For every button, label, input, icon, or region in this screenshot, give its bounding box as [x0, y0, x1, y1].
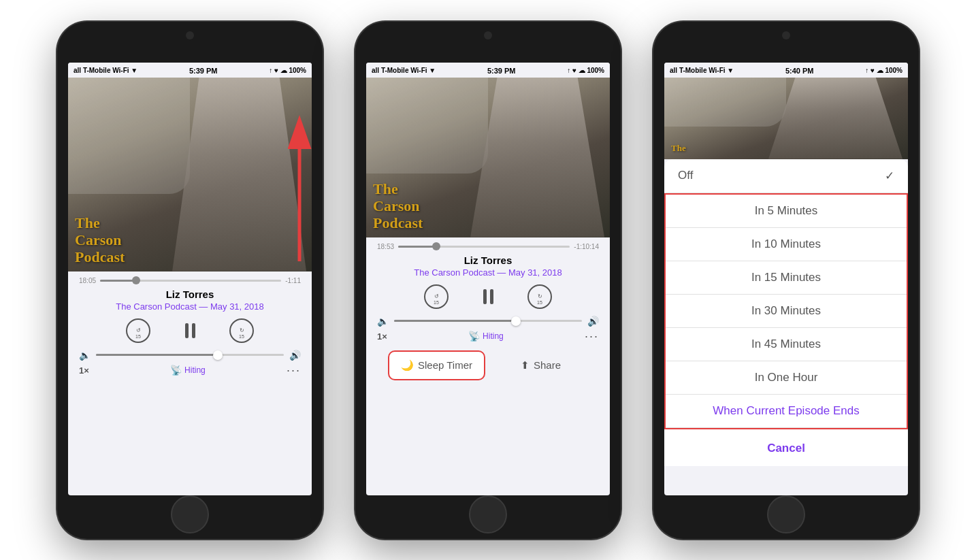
playback-controls-2: ↺ 15 ↻ 15	[377, 283, 599, 310]
sleep-1hr-option[interactable]: In One Hour	[666, 361, 907, 395]
artwork-3: The	[664, 78, 908, 159]
status-time-2: 5:39 PM	[487, 67, 516, 75]
status-left-2: all T-Mobile Wi-Fi ▼	[372, 67, 436, 74]
artwork-2: TheCarsonPodcast	[366, 78, 610, 237]
sleep-timer-menu: Off ✓ In 5 Minutes In 10 Minutes In 15 M…	[664, 159, 908, 466]
sleep-episode-end-option[interactable]: When Current Episode Ends	[666, 395, 907, 428]
sleep-timer-label: Sleep Timer	[418, 359, 472, 371]
status-right-1: ↑ ♥ ☁ 100%	[269, 67, 306, 74]
phone-3-screen: all T-Mobile Wi-Fi ▼ 5:40 PM ↑ ♥ ☁ 100% …	[664, 63, 908, 495]
sleep-options-highlighted: In 5 Minutes In 10 Minutes In 15 Minutes…	[664, 193, 908, 429]
volume-row-2: 🔈 🔊	[377, 316, 599, 327]
pause-button-2[interactable]	[474, 283, 502, 310]
more-button-2[interactable]: ···	[585, 329, 599, 344]
player-area-2: 18:53 -1:10:14 Liz Torres The Carson Pod…	[366, 237, 610, 390]
phone-2: all T-Mobile Wi-Fi ▼ 5:39 PM ↑ ♥ ☁ 100% …	[355, 22, 621, 539]
phone-1-screen: all T-Mobile Wi-Fi ▼ 5:39 PM ↑ ♥ ☁ 100% …	[68, 63, 312, 495]
skip-back-button-1[interactable]: ↺ 15	[125, 317, 152, 344]
sleep-off-option[interactable]: Off ✓	[664, 159, 908, 193]
share-button[interactable]: ⬆ Share	[493, 350, 588, 380]
vol-low-icon-1: 🔈	[79, 350, 91, 361]
speed-button-1[interactable]: 1×	[79, 365, 89, 376]
sleep-5min-option[interactable]: In 5 Minutes	[666, 195, 907, 228]
bottom-row-2: 1× 📡 Hiting ···	[377, 329, 599, 344]
home-button-2[interactable]	[469, 495, 507, 533]
status-time-1: 5:39 PM	[189, 67, 218, 75]
status-bar-2: all T-Mobile Wi-Fi ▼ 5:39 PM ↑ ♥ ☁ 100%	[366, 63, 610, 78]
cancel-button[interactable]: Cancel	[664, 431, 908, 466]
airplay-button-1[interactable]: 📡 Hiting	[170, 365, 206, 376]
home-button-1[interactable]	[171, 495, 209, 533]
vol-high-icon-2: 🔊	[587, 316, 599, 327]
status-right-3: ↑ ♥ ☁ 100%	[865, 67, 902, 74]
artwork-title-2: TheCarsonPodcast	[366, 175, 429, 237]
time-elapsed-2: 18:53	[377, 243, 394, 250]
skip-fwd-button-2[interactable]: ↻ 15	[526, 283, 553, 310]
moon-icon: 🌙	[401, 359, 414, 372]
bottom-row-1: 1× 📡 Hiting ···	[79, 363, 301, 378]
artwork-title-3: The	[664, 138, 693, 159]
status-time-3: 5:40 PM	[785, 67, 814, 75]
skip-fwd-button-1[interactable]: ↻ 15	[228, 317, 255, 344]
status-left-3: all T-Mobile Wi-Fi ▼	[670, 67, 734, 74]
sleep-15min-option[interactable]: In 15 Minutes	[666, 261, 907, 295]
share-icon: ⬆	[521, 359, 530, 372]
phones-container: all T-Mobile Wi-Fi ▼ 5:39 PM ↑ ♥ ☁ 100% …	[44, 8, 932, 553]
episode-subtitle-1: The Carson Podcast — May 31, 2018	[79, 301, 301, 312]
vol-high-icon-1: 🔊	[289, 350, 301, 361]
more-button-1[interactable]: ···	[287, 363, 301, 378]
playback-controls-1: ↺ 15 ↻ 15	[79, 317, 301, 344]
pause-button-1[interactable]	[176, 317, 204, 344]
action-buttons-row: 🌙 Sleep Timer ⬆ Share	[388, 350, 588, 380]
airplay-button-2[interactable]: 📡 Hiting	[468, 331, 504, 342]
sleep-timer-button[interactable]: 🌙 Sleep Timer	[388, 350, 485, 380]
checkmark-icon: ✓	[885, 169, 894, 183]
status-bar-1: all T-Mobile Wi-Fi ▼ 5:39 PM ↑ ♥ ☁ 100%	[68, 63, 312, 78]
time-remaining-1: -1:11	[285, 277, 301, 284]
volume-row-1: 🔈 🔊	[79, 350, 301, 361]
skip-back-button-2[interactable]: ↺ 15	[423, 283, 450, 310]
episode-title-2: Liz Torres	[377, 254, 599, 266]
phone-2-screen: all T-Mobile Wi-Fi ▼ 5:39 PM ↑ ♥ ☁ 100% …	[366, 63, 610, 495]
player-area-1: 18:05 -1:11 Liz Torres The Carson Podcas…	[68, 271, 312, 386]
sleep-45min-option[interactable]: In 45 Minutes	[666, 328, 907, 361]
artwork-1: TheCarsonPodcast	[68, 78, 312, 271]
vol-low-icon-2: 🔈	[377, 316, 389, 327]
status-left-1: all T-Mobile Wi-Fi ▼	[74, 67, 137, 74]
artwork-title-1: TheCarsonPodcast	[68, 209, 131, 271]
phone-1: all T-Mobile Wi-Fi ▼ 5:39 PM ↑ ♥ ☁ 100% …	[57, 22, 323, 539]
home-button-3[interactable]	[767, 495, 805, 533]
sleep-30min-option[interactable]: In 30 Minutes	[666, 295, 907, 328]
share-label: Share	[534, 359, 561, 371]
time-remaining-2: -1:10:14	[574, 243, 599, 250]
time-elapsed-1: 18:05	[79, 277, 96, 284]
episode-title-1: Liz Torres	[79, 289, 301, 300]
episode-subtitle-2: The Carson Podcast — May 31, 2018	[377, 267, 599, 278]
status-bar-3: all T-Mobile Wi-Fi ▼ 5:40 PM ↑ ♥ ☁ 100%	[664, 63, 908, 78]
sleep-10min-option[interactable]: In 10 Minutes	[666, 228, 907, 261]
status-right-2: ↑ ♥ ☁ 100%	[567, 67, 604, 74]
speed-button-2[interactable]: 1×	[377, 331, 387, 342]
sleep-off-label: Off	[678, 169, 693, 182]
phone-3: all T-Mobile Wi-Fi ▼ 5:40 PM ↑ ♥ ☁ 100% …	[653, 22, 919, 539]
